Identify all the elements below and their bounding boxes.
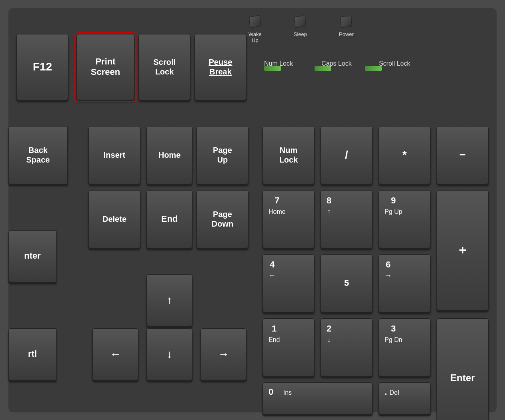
numpad-6-key[interactable]: 6 → [379, 254, 431, 312]
num-lock-label: Num Lock [261, 60, 297, 67]
f12-key[interactable]: F12 [16, 34, 68, 100]
print-screen-key[interactable]: Print Screen [76, 34, 134, 100]
numpad-8-key[interactable]: 8 ↑ [321, 190, 373, 248]
arrow-up-key[interactable]: ↑ [146, 274, 192, 326]
numpad-1-key[interactable]: 1 End [263, 318, 315, 376]
caps-lock-label: Caps Lock [319, 60, 355, 67]
indicator-area: Wake Up Sleep Power [248, 16, 354, 43]
numpad-dot-key[interactable]: . Del [379, 382, 431, 414]
numpad-4-key[interactable]: 4 ← [263, 254, 315, 312]
page-down-key[interactable]: Page Down [196, 190, 248, 248]
arrow-right-key[interactable]: → [200, 328, 246, 380]
sleep-indicator: Sleep [294, 16, 307, 37]
lock-labels: Num Lock Caps Lock Scroll Lock [261, 60, 413, 67]
scroll-lock-key[interactable]: Scroll Lock [138, 34, 190, 100]
wake-up-indicator: Wake Up [248, 16, 262, 43]
numpad-9-key[interactable]: 9 Pg Up [379, 190, 431, 248]
numpad-2-key[interactable]: 2 ↓ [321, 318, 373, 376]
numpad-minus-key[interactable]: − [437, 126, 489, 184]
numpad-3-key[interactable]: 3 Pg Dn [379, 318, 431, 376]
enter-partial-key[interactable]: nter [8, 230, 56, 282]
numpad-numlock-key[interactable]: Num Lock [263, 126, 315, 184]
power-indicator: Power [339, 16, 354, 37]
numpad-0-key[interactable]: 0 Ins [263, 382, 373, 414]
backspace-key[interactable]: Back Space [8, 126, 68, 184]
ctrl-partial-key[interactable]: rtl [8, 328, 56, 380]
insert-key[interactable]: Insert [88, 126, 140, 184]
arrow-down-key[interactable]: ↓ [146, 328, 192, 380]
numpad-5-key[interactable]: 5 [321, 254, 373, 312]
numpad-star-key[interactable]: * [379, 126, 431, 184]
keyboard-section: F12 Print Screen Scroll Lock PeuseBreak … [8, 8, 497, 412]
numpad-slash-key[interactable]: / [321, 126, 373, 184]
delete-key[interactable]: Delete [88, 190, 140, 248]
page-up-key[interactable]: Page Up [196, 126, 248, 184]
numpad-plus-key[interactable]: + [437, 190, 489, 310]
numpad-7-key[interactable]: 7 Home [263, 190, 315, 248]
pause-break-key[interactable]: PeuseBreak [194, 34, 246, 100]
home-key[interactable]: Home [146, 126, 192, 184]
end-key[interactable]: End [146, 190, 192, 248]
scroll-lock-label: Scroll Lock [377, 60, 413, 67]
arrow-left-key[interactable]: ← [92, 328, 138, 380]
numpad-enter-key[interactable]: Enter [437, 318, 489, 420]
